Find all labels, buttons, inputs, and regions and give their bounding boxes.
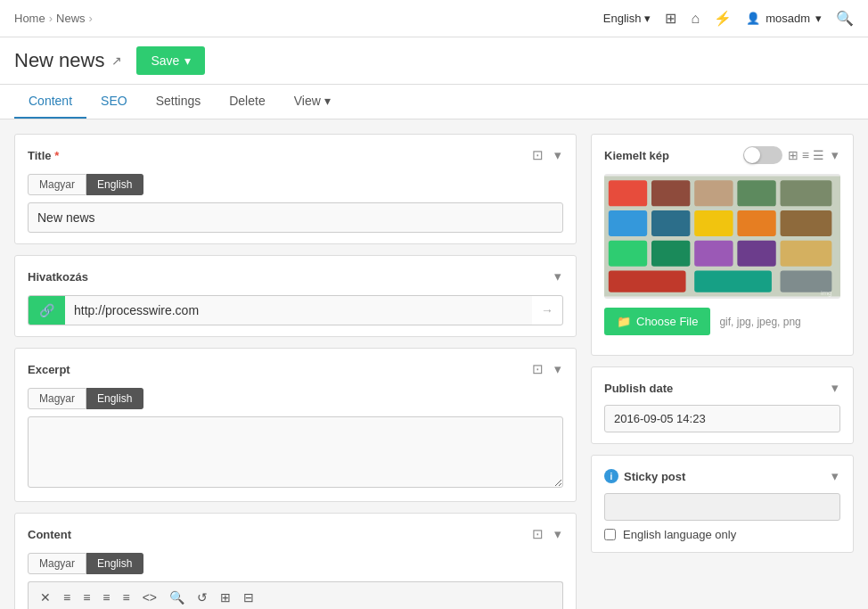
image-preview: img [604, 174, 840, 299]
title-lang-english[interactable]: English [86, 174, 143, 195]
content-copy-icon[interactable]: ⊡ [530, 524, 545, 544]
user-avatar-icon: 👤 [746, 12, 760, 25]
tab-view-chevron-icon: ▾ [324, 94, 331, 108]
external-link-icon[interactable]: ↗ [111, 53, 122, 68]
kiemelt-toggle[interactable] [743, 146, 782, 164]
editor-toolbar: ✕ ≡ ≡ ≡ ≡ <> 🔍 ↺ ⊞ ⊟ [28, 581, 563, 609]
svg-rect-10 [781, 210, 832, 236]
toolbar-clear-btn[interactable]: ✕ [36, 588, 55, 607]
preview-image: img [604, 174, 840, 299]
toolbar-search-btn[interactable]: 🔍 [165, 588, 189, 607]
tab-content[interactable]: Content [14, 85, 86, 119]
kiemelt-title: Kiemelt kép [604, 149, 669, 162]
breadcrumb-home[interactable]: Home [14, 12, 45, 25]
main-layout: Title * ⊡ ▾ Magyar English Hivatkozás ▾ [0, 119, 868, 609]
toolbar-extra-btn[interactable]: ⊟ [239, 588, 258, 607]
svg-rect-8 [694, 210, 733, 236]
sticky-title-row: i Sticky post [604, 469, 685, 483]
title-section: Title * ⊡ ▾ Magyar English [14, 134, 577, 244]
excerpt-lang-magyar[interactable]: Magyar [28, 388, 86, 409]
choose-file-button[interactable]: 📁 Choose File [604, 308, 710, 335]
bolt-icon[interactable]: ⚡ [714, 10, 732, 27]
english-only-label: English language only [623, 528, 736, 541]
excerpt-textarea[interactable] [28, 416, 563, 488]
toolbar-code-btn[interactable]: <> [138, 588, 161, 607]
svg-rect-17 [694, 271, 772, 292]
hivatkozas-collapse-icon[interactable]: ▾ [553, 267, 563, 286]
tab-settings[interactable]: Settings [142, 85, 216, 119]
details-view-icon[interactable]: ☰ [813, 148, 824, 162]
svg-text:img: img [821, 289, 831, 297]
svg-rect-4 [737, 180, 775, 206]
content-collapse-icon[interactable]: ▾ [553, 524, 563, 544]
svg-rect-13 [694, 241, 733, 267]
publish-date-title: Publish date [604, 382, 673, 395]
sticky-post-section: i Sticky post ▾ English language only [591, 455, 854, 553]
kiemelt-controls: ⊞ ≡ ☰ ▾ [743, 145, 840, 165]
svg-rect-11 [609, 241, 647, 267]
title-header: Title * ⊡ ▾ [28, 145, 563, 165]
url-link-icon[interactable]: 🔗 [29, 296, 65, 325]
toggle-knob [744, 147, 760, 163]
url-arrow-icon: → [532, 296, 562, 325]
content-lang-magyar[interactable]: Magyar [28, 553, 86, 574]
save-chevron-icon: ▾ [184, 53, 191, 68]
excerpt-lang-tabs: Magyar English [28, 388, 563, 409]
language-selector[interactable]: English ▾ [603, 12, 651, 25]
lang-chevron-icon: ▾ [644, 12, 651, 25]
toolbar-align-center-btn[interactable]: ≡ [78, 588, 94, 607]
toolbar-align-left-btn[interactable]: ≡ [59, 588, 75, 607]
page-title-text: New news [14, 49, 104, 72]
title-actions: ⊡ ▾ [530, 145, 563, 165]
search-icon[interactable]: 🔍 [836, 10, 854, 27]
url-row: 🔗 → [28, 295, 563, 325]
user-chevron-icon: ▾ [815, 12, 822, 25]
sticky-post-input[interactable] [604, 493, 840, 521]
title-copy-icon[interactable]: ⊡ [530, 145, 545, 165]
breadcrumb-news[interactable]: News [56, 12, 86, 25]
svg-rect-9 [737, 210, 775, 236]
tab-seo[interactable]: SEO [86, 85, 142, 119]
title-lang-tabs: Magyar English [28, 174, 563, 195]
title-lang-magyar[interactable]: Magyar [28, 174, 86, 195]
svg-rect-7 [651, 210, 690, 236]
publish-collapse-icon[interactable]: ▾ [830, 378, 840, 398]
kiemelt-kep-section: Kiemelt kép ⊞ ≡ ☰ ▾ [591, 134, 854, 356]
sitemap-icon[interactable]: ⊞ [665, 10, 676, 27]
svg-rect-3 [694, 180, 733, 206]
language-label: English [603, 12, 642, 25]
tab-view-label: View [294, 94, 321, 108]
excerpt-collapse-icon[interactable]: ▾ [553, 359, 563, 379]
toolbar-align-justify-btn[interactable]: ≡ [98, 588, 114, 607]
kiemelt-collapse-icon[interactable]: ▾ [830, 145, 840, 165]
toolbar-refresh-btn[interactable]: ↺ [192, 588, 212, 607]
svg-rect-14 [737, 241, 775, 267]
excerpt-header: Excerpt ⊡ ▾ [28, 359, 563, 379]
english-only-row: English language only [604, 528, 840, 541]
tab-delete[interactable]: Delete [215, 85, 279, 119]
view-icons: ⊞ ≡ ☰ [788, 148, 824, 162]
english-only-checkbox[interactable] [604, 529, 616, 540]
title-collapse-icon[interactable]: ▾ [553, 145, 563, 165]
content-lang-english[interactable]: English [86, 553, 143, 574]
toolbar-align-right-btn[interactable]: ≡ [119, 588, 135, 607]
publish-date-input[interactable] [604, 405, 840, 432]
user-menu[interactable]: 👤 mosadm ▾ [746, 12, 822, 25]
grid-view-icon[interactable]: ⊞ [788, 148, 798, 162]
username-label: mosadm [766, 12, 810, 25]
svg-rect-16 [609, 271, 686, 292]
url-input[interactable] [65, 296, 532, 325]
excerpt-copy-icon[interactable]: ⊡ [530, 359, 545, 379]
sticky-collapse-icon[interactable]: ▾ [830, 466, 840, 486]
toolbar-table-btn[interactable]: ⊞ [216, 588, 235, 607]
list-view-icon[interactable]: ≡ [802, 148, 809, 162]
page-header: New news ↗ Save ▾ [0, 37, 868, 85]
title-required-star: * [54, 149, 59, 162]
title-input[interactable] [28, 202, 563, 233]
hivatkozas-actions: ▾ [553, 267, 563, 286]
tab-view[interactable]: View ▾ [280, 85, 345, 119]
save-button[interactable]: Save ▾ [136, 46, 205, 75]
excerpt-section: Excerpt ⊡ ▾ Magyar English [14, 348, 577, 502]
home-icon[interactable]: ⌂ [691, 11, 700, 27]
excerpt-lang-english[interactable]: English [86, 388, 143, 409]
